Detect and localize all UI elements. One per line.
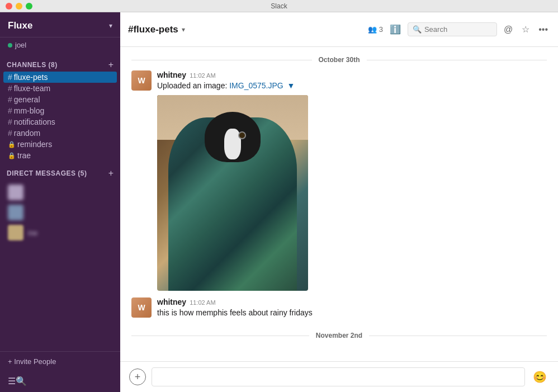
- dm-item-blurred-2[interactable]: [0, 202, 120, 223]
- message-input[interactable]: [152, 367, 525, 386]
- sidebar: Fluxe ▾ joel CHANNELS (8) + # fluxe-pets…: [0, 12, 120, 392]
- channel-name: general: [14, 95, 40, 104]
- date-label-november: November 2nd: [309, 332, 369, 339]
- channel-hash-icon: #: [8, 73, 12, 82]
- dropdown-icon: ▼: [287, 81, 295, 90]
- sidebar-item-mm-blog[interactable]: # mm-blog: [0, 105, 120, 116]
- message-author-1: whitney: [157, 70, 186, 79]
- image-dog-head: [196, 112, 269, 179]
- message-text-2: this is how memphis feels about rainy fr…: [157, 308, 547, 319]
- add-attachment-button[interactable]: +: [129, 369, 146, 385]
- sidebar-item-fluxe-team[interactable]: # fluxe-team: [0, 83, 120, 94]
- channel-name: reminders: [17, 140, 52, 149]
- online-status-dot: [8, 43, 12, 48]
- dm-blurred-section: ine: [0, 180, 120, 245]
- username-label: joel: [15, 41, 26, 49]
- workspace-chevron-icon[interactable]: ▾: [109, 22, 112, 30]
- message-meta-2: whitney 11:02 AM: [157, 297, 547, 306]
- header-icons: 👥 3 ℹ️ 🔍 @ ☆ •••: [368, 22, 550, 37]
- date-divider-november: November 2nd: [120, 323, 558, 344]
- message-block-1: W whitney 11:02 AM Uploaded an image: IM…: [120, 68, 558, 295]
- sidebar-item-notifications[interactable]: # notifications: [0, 116, 120, 127]
- file-link[interactable]: IMG_0575.JPG ▼: [229, 81, 295, 90]
- close-button[interactable]: [6, 3, 12, 10]
- message-time-1: 11:02 AM: [190, 72, 215, 79]
- dm-section-title: DIRECT MESSAGES (5): [7, 169, 87, 177]
- main-content: #fluxe-pets ▾ 👥 3 ℹ️ 🔍 @ ☆ •••: [120, 12, 558, 392]
- search-input[interactable]: [424, 25, 480, 34]
- search-bar[interactable]: 🔍: [408, 22, 497, 36]
- dm-item-blurred-1[interactable]: [0, 182, 120, 202]
- message-input-area: + 😊: [120, 361, 558, 392]
- message-author-2: whitney: [157, 297, 186, 306]
- message-text-1: Uploaded an image: IMG_0575.JPG ▼: [157, 81, 547, 92]
- message-body-2: whitney 11:02 AM this is how memphis fee…: [157, 297, 547, 319]
- divider-line: [131, 336, 309, 336]
- channel-name: mm-blog: [14, 106, 44, 115]
- workspace-header[interactable]: Fluxe ▾: [0, 12, 120, 37]
- channels-section-title: CHANNELS (8): [7, 61, 58, 69]
- members-count-button[interactable]: 👥 3: [368, 25, 383, 34]
- members-count: 3: [379, 25, 383, 34]
- emoji-button[interactable]: 😊: [531, 370, 549, 384]
- channel-hash-icon: #: [8, 106, 12, 115]
- channels-section: CHANNELS (8) + # fluxe-pets # fluxe-team…: [0, 55, 120, 163]
- avatar-whitney-1: W: [131, 70, 152, 91]
- image-dog-eye: [238, 131, 246, 139]
- dm-avatar-blurred: [8, 185, 23, 200]
- user-status[interactable]: joel: [0, 37, 120, 55]
- maximize-button[interactable]: [26, 3, 32, 10]
- dm-section-header: DIRECT MESSAGES (5) +: [0, 169, 120, 180]
- search-icon: 🔍: [413, 25, 422, 34]
- avatar-whitney-2: W: [131, 297, 152, 318]
- message-block-2: W whitney 11:02 AM this is how memphis f…: [120, 295, 558, 323]
- image-dog-face: [205, 112, 261, 162]
- date-label-october: October 30th: [312, 56, 367, 64]
- title-bar: Slack: [0, 0, 558, 12]
- channel-name: fluxe-pets: [14, 73, 48, 82]
- date-divider-october: October 30th: [120, 47, 558, 68]
- dm-avatar-blurred: [8, 205, 23, 220]
- sidebar-footer: + Invite People: [0, 351, 120, 371]
- window-controls: [6, 3, 32, 10]
- channel-hash-icon: #: [8, 129, 12, 138]
- channel-name: notifications: [14, 117, 55, 126]
- sidebar-item-trae[interactable]: 🔒 trae: [0, 150, 120, 161]
- divider-line: [369, 336, 547, 336]
- dm-avatar: [8, 225, 23, 240]
- at-button[interactable]: @: [502, 22, 515, 37]
- dm-name-visible: ine: [28, 229, 37, 237]
- filter-icon[interactable]: ☰🔍: [8, 376, 27, 386]
- invite-people-button[interactable]: + Invite People: [8, 357, 56, 366]
- divider-line: [131, 60, 312, 60]
- members-icon: 👥: [368, 25, 377, 34]
- star-button[interactable]: ☆: [519, 22, 532, 37]
- sidebar-item-general[interactable]: # general: [0, 94, 120, 105]
- uploaded-image[interactable]: [157, 95, 308, 291]
- sidebar-item-reminders[interactable]: 🔒 reminders: [0, 139, 120, 150]
- dm-section: DIRECT MESSAGES (5) + ine: [0, 163, 120, 247]
- app-container: Fluxe ▾ joel CHANNELS (8) + # fluxe-pets…: [0, 12, 558, 392]
- channel-header-left: #fluxe-pets ▾: [128, 24, 362, 35]
- sidebar-item-random[interactable]: # random: [0, 127, 120, 139]
- message-image-container: [157, 95, 314, 291]
- channel-header: #fluxe-pets ▾ 👥 3 ℹ️ 🔍 @ ☆ •••: [120, 12, 558, 47]
- dm-item-visible[interactable]: ine: [0, 223, 120, 243]
- channel-name: trae: [17, 151, 31, 160]
- sidebar-item-fluxe-pets[interactable]: # fluxe-pets: [3, 72, 117, 83]
- messages-area: October 30th W whitney 11:02 AM Uploaded…: [120, 47, 558, 361]
- channel-name: random: [14, 129, 40, 138]
- channel-hash-icon: #: [8, 117, 12, 126]
- message-body-1: whitney 11:02 AM Uploaded an image: IMG_…: [157, 70, 547, 291]
- lock-icon: 🔒: [8, 152, 16, 159]
- more-options-button[interactable]: •••: [536, 22, 550, 37]
- add-dm-button[interactable]: +: [108, 169, 114, 178]
- divider-line: [367, 60, 547, 60]
- sidebar-bottom-icons: ☰🔍: [0, 371, 120, 392]
- minimize-button[interactable]: [16, 3, 22, 10]
- info-button[interactable]: ℹ️: [387, 22, 403, 37]
- add-channel-button[interactable]: +: [108, 60, 114, 69]
- channel-hash-icon: #: [8, 95, 12, 104]
- channel-chevron-icon[interactable]: ▾: [182, 26, 185, 34]
- message-meta-1: whitney 11:02 AM: [157, 70, 547, 79]
